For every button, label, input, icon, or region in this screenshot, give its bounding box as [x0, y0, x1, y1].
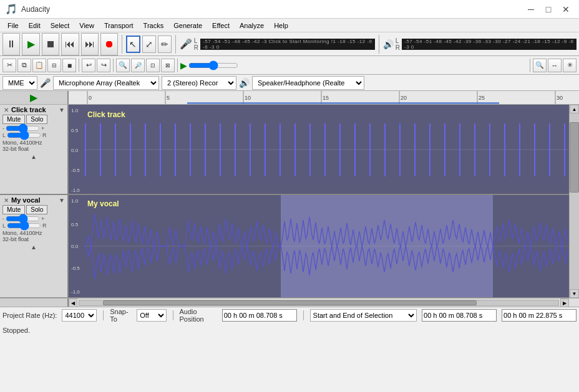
selection-start-input[interactable] — [422, 309, 497, 322]
mic-select[interactable]: Microphone Array (Realtek — [53, 76, 159, 90]
project-rate-select[interactable]: 44100 — [62, 309, 97, 322]
menu-generate[interactable]: Generate — [168, 21, 207, 31]
selection-mode-select[interactable]: Start and End of Selection Start and Len… — [310, 309, 417, 322]
svg-rect-26 — [145, 123, 146, 176]
record-meter-text: -57 -54 -51 -48 -45 -42 -3 Click to Star… — [203, 39, 372, 50]
close-button[interactable]: ✕ — [558, 2, 574, 16]
menu-transport[interactable]: Transport — [99, 21, 139, 31]
zoom-fit-button[interactable]: ⊡ — [146, 59, 160, 72]
pause-button[interactable]: ⏸ — [2, 33, 20, 55]
click-solo-button[interactable]: Solo — [26, 115, 47, 124]
record-meter[interactable]: -57 -54 -51 -48 -45 -42 -3 Click to Star… — [200, 39, 375, 50]
vocal-track: ✕ My vocal ▼ Mute Solo - + L R — [0, 195, 569, 298]
click-waveform-svg: 1.0 0.5 0.0 -0.5 -1.0 — [69, 105, 569, 194]
menu-analyze[interactable]: Analyze — [235, 21, 269, 31]
vocal-track-name: My vocal — [10, 196, 59, 204]
click-track-header: ✕ Click track ▼ — [2, 106, 65, 113]
snap-to-select[interactable]: Off — [137, 309, 166, 322]
select-tool-button[interactable]: ↖ — [126, 36, 140, 53]
skip-forward-button[interactable]: ⏭ — [81, 33, 99, 55]
minimize-button[interactable]: ─ — [523, 2, 539, 16]
svg-rect-30 — [205, 123, 206, 176]
menu-effect[interactable]: Effect — [207, 21, 235, 31]
vocal-track-collapse[interactable]: ▼ — [59, 197, 65, 204]
svg-text:0.0: 0.0 — [71, 148, 79, 153]
menu-file[interactable]: File — [2, 21, 24, 31]
scroll-left-button[interactable]: ◀ — [69, 299, 77, 307]
stop-button[interactable]: ⏹ — [42, 33, 59, 55]
speaker-icon: 🔊 — [383, 39, 394, 49]
green-arrow-icon[interactable]: ▶ — [30, 92, 37, 103]
undo-button[interactable]: ↩ — [82, 59, 95, 72]
svg-rect-37 — [309, 123, 311, 176]
host-select[interactable]: MME — [2, 76, 37, 90]
click-track-waveform[interactable]: 1.0 0.5 0.0 -0.5 -1.0 — [69, 105, 569, 194]
click-track-close[interactable]: ✕ — [2, 107, 10, 113]
menu-help[interactable]: Help — [269, 21, 293, 31]
vocal-pan-row: L R — [2, 222, 65, 229]
click-pan-slider[interactable] — [7, 132, 41, 138]
trim-button[interactable]: ⊟ — [47, 59, 61, 72]
click-pan-right: R — [42, 132, 47, 138]
vocal-track-close[interactable]: ✕ — [2, 197, 10, 204]
vertical-scrollbar: ▲ ▼ — [569, 105, 579, 298]
timeshift-tool-button[interactable]: ↔ — [548, 59, 562, 72]
multi-tool-button[interactable]: ✳ — [563, 59, 577, 72]
vocal-waveform-svg: 1.0 0.5 0.0 -0.5 -1.0 My voca — [69, 195, 569, 297]
skip-back-button[interactable]: ⏮ — [61, 33, 79, 55]
playback-meter[interactable]: -57 -54 -51 -48 -45 -42 -39 -36 -33 -30 … — [402, 39, 577, 50]
speaker-select[interactable]: Speaker/Headphone (Realte — [252, 76, 364, 90]
envelope-tool-button[interactable]: ⤢ — [142, 36, 156, 53]
separator-edit2 — [113, 59, 114, 72]
svg-text:-1.0: -1.0 — [71, 188, 80, 193]
svg-text:1.0: 1.0 — [71, 108, 79, 113]
scroll-thumb-h[interactable] — [103, 300, 477, 305]
ruler-right: 0 5 10 15 20 25 30 — [69, 91, 579, 104]
scroll-thumb-v[interactable] — [570, 122, 579, 193]
speed-slider[interactable] — [188, 62, 238, 69]
play-button[interactable]: ▶ — [22, 33, 39, 55]
click-track-arrow[interactable]: ▲ — [2, 153, 65, 160]
cut-button[interactable]: ✂ — [2, 59, 16, 72]
scroll-down-button[interactable]: ▼ — [570, 289, 579, 298]
project-rate-label: Project Rate (Hz): — [2, 312, 57, 319]
redo-button[interactable]: ↪ — [97, 59, 110, 72]
menu-tracks[interactable]: Tracks — [139, 21, 169, 31]
record-button[interactable]: ⏺ — [100, 33, 118, 55]
maximize-button[interactable]: □ — [540, 2, 557, 16]
svg-rect-51 — [519, 123, 520, 176]
channels-select[interactable]: 2 (Stereo) Recor — [162, 76, 236, 90]
menu-edit[interactable]: Edit — [24, 21, 46, 31]
vocal-track-arrow[interactable]: ▲ — [2, 244, 65, 251]
zoom-sel-button[interactable]: ⊠ — [161, 59, 175, 72]
vocal-mute-button[interactable]: Mute — [2, 205, 25, 214]
scroll-up-button[interactable]: ▲ — [570, 105, 579, 113]
vocal-solo-button[interactable]: Solo — [26, 205, 47, 214]
menu-select[interactable]: Select — [46, 21, 75, 31]
zoom-out-button[interactable]: 🔎 — [131, 59, 145, 72]
zoom-in-button[interactable]: 🔍 — [116, 59, 130, 72]
audio-position-input[interactable] — [222, 309, 297, 322]
paste-button[interactable]: 📋 — [32, 59, 46, 72]
selection-end-input[interactable] — [502, 309, 577, 322]
click-track-controls: ✕ Click track ▼ Mute Solo - + L R — [0, 105, 69, 194]
draw-tool-button[interactable]: ✏ — [158, 36, 172, 53]
svg-rect-44 — [414, 123, 416, 176]
click-track-collapse[interactable]: ▼ — [59, 107, 65, 113]
vocal-pan-slider[interactable] — [7, 222, 41, 229]
click-track-buttons: Mute Solo — [2, 115, 65, 124]
separator-tools — [530, 59, 530, 72]
click-track-info: Mono, 44100Hz32-bit float — [2, 140, 65, 152]
menu-view[interactable]: View — [74, 21, 99, 31]
scrollbar-left-pad — [0, 299, 69, 307]
copy-button[interactable]: ⧉ — [17, 59, 31, 72]
svg-rect-45 — [429, 123, 431, 176]
edit-toolbar: ✂ ⧉ 📋 ⊟ ◼ ↩ ↪ 🔍 🔎 ⊡ ⊠ ▶ 🔍 ↔ ✳ — [0, 56, 579, 75]
zoom-tool-button[interactable]: 🔍 — [533, 59, 547, 72]
silence-button[interactable]: ◼ — [62, 59, 76, 72]
scroll-right-button[interactable]: ▶ — [560, 299, 569, 307]
click-mute-button[interactable]: Mute — [2, 115, 25, 124]
vocal-track-buttons: Mute Solo — [2, 205, 65, 214]
vocal-track-waveform[interactable]: 1.0 0.5 0.0 -0.5 -1.0 My voca — [69, 195, 569, 297]
svg-text:0.5: 0.5 — [71, 128, 79, 133]
